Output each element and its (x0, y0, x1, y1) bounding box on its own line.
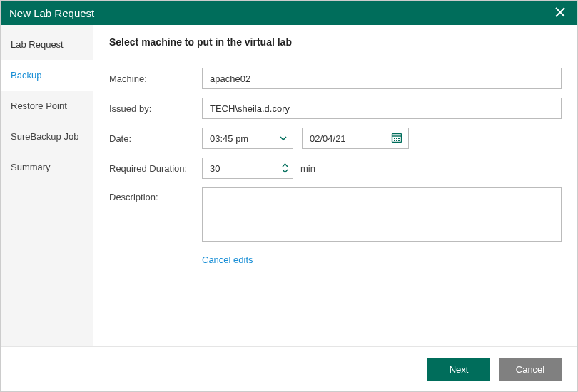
dialog-footer: Next Cancel (1, 346, 577, 391)
stepper-arrows[interactable] (282, 163, 288, 173)
svg-rect-7 (398, 140, 400, 141)
sidebar-item-restore-point[interactable]: Restore Point (1, 91, 93, 121)
label-description: Description: (109, 187, 202, 202)
svg-rect-5 (394, 140, 395, 141)
sidebar-item-label: Backup (11, 70, 41, 81)
chevron-down-icon (280, 133, 287, 144)
dialog: New Lab Request Lab Request Backup Resto… (0, 0, 578, 392)
titlebar: New Lab Request (1, 1, 577, 25)
description-textarea[interactable] (202, 187, 562, 242)
date-value: 02/04/21 (310, 133, 346, 144)
dialog-body: Lab Request Backup Restore Point SureBac… (1, 25, 577, 346)
machine-input[interactable] (202, 68, 562, 89)
row-cancel-edits: Cancel edits (109, 250, 562, 265)
close-button[interactable] (552, 4, 569, 21)
row-issued-by: Issued by: (109, 98, 562, 119)
svg-rect-6 (396, 140, 397, 141)
chevron-up-icon (282, 163, 288, 167)
svg-rect-2 (394, 138, 395, 139)
duration-value: 30 (210, 163, 282, 174)
calendar-icon (391, 132, 402, 145)
duration-unit: min (300, 163, 315, 174)
issued-by-input[interactable] (202, 98, 562, 119)
row-description: Description: (109, 187, 562, 242)
label-date: Date: (109, 133, 202, 144)
chevron-down-icon (282, 169, 288, 173)
cancel-button[interactable]: Cancel (499, 358, 562, 381)
cancel-edits-link[interactable]: Cancel edits (202, 254, 253, 265)
page-title: Select machine to put in the virtual lab (109, 36, 562, 48)
sidebar-item-surebackup-job[interactable]: SureBackup Job (1, 121, 93, 152)
label-machine: Machine: (109, 73, 202, 84)
svg-rect-4 (398, 138, 400, 139)
next-button[interactable]: Next (427, 358, 490, 381)
sidebar-item-backup[interactable]: Backup (1, 60, 93, 91)
wizard-sidebar: Lab Request Backup Restore Point SureBac… (1, 25, 93, 346)
time-select[interactable]: 03:45 pm (202, 128, 293, 149)
main-panel: Select machine to put in the virtual lab… (93, 25, 577, 346)
sidebar-item-summary[interactable]: Summary (1, 152, 93, 182)
sidebar-item-lab-request[interactable]: Lab Request (1, 29, 93, 60)
sidebar-item-label: Restore Point (11, 100, 67, 111)
time-value: 03:45 pm (210, 133, 248, 144)
duration-stepper[interactable]: 30 (202, 158, 293, 179)
close-icon (555, 7, 565, 19)
row-date: Date: 03:45 pm 02/04/21 (109, 128, 562, 149)
sidebar-item-label: SureBackup Job (11, 131, 78, 142)
svg-rect-3 (396, 138, 397, 139)
sidebar-item-label: Lab Request (11, 39, 64, 50)
label-duration: Required Duration: (109, 163, 202, 174)
label-issued-by: Issued by: (109, 103, 202, 114)
date-input[interactable]: 02/04/21 (302, 128, 409, 149)
sidebar-item-label: Summary (11, 162, 51, 172)
row-duration: Required Duration: 30 min (109, 158, 562, 179)
row-machine: Machine: (109, 68, 562, 89)
dialog-title: New Lab Request (9, 7, 94, 19)
